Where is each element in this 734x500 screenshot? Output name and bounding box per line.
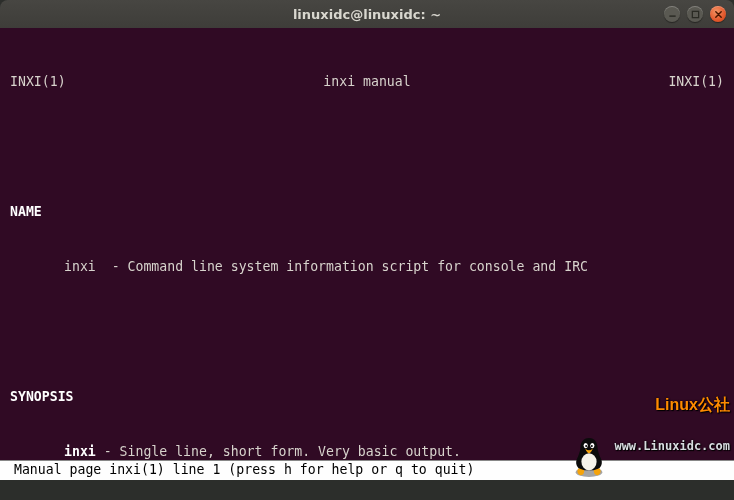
maximize-button[interactable]	[687, 6, 703, 22]
window-titlebar: linuxidc@linuxidc: ~	[0, 0, 734, 28]
synopsis-line-1: inxi - Single line, short form. Very bas…	[64, 443, 724, 462]
svg-rect-0	[669, 15, 675, 16]
cmd-name: inxi	[64, 444, 96, 459]
man-header-left: INXI(1)	[10, 73, 66, 92]
man-header-right: INXI(1)	[668, 73, 724, 92]
blank-line	[10, 314, 724, 333]
svg-rect-1	[692, 11, 698, 17]
terminal-viewport[interactable]: INXI(1) inxi manual INXI(1) NAME inxi - …	[0, 28, 734, 480]
synopsis-rest-1: - Single line, short form. Very basic ou…	[96, 444, 461, 459]
window-controls	[664, 6, 726, 22]
close-button[interactable]	[710, 6, 726, 22]
pager-statusbar[interactable]: Manual page inxi(1) line 1 (press h for …	[0, 460, 734, 480]
section-synopsis-heading: SYNOPSIS	[10, 388, 724, 407]
pager-status-text: Manual page inxi(1) line 1 (press h for …	[6, 461, 474, 480]
minimize-button[interactable]	[664, 6, 680, 22]
name-body: inxi - Command line system information s…	[64, 258, 724, 277]
man-header-center: inxi manual	[323, 73, 410, 92]
section-name-heading: NAME	[10, 203, 724, 222]
blank-line	[10, 129, 724, 148]
man-header-line: INXI(1) inxi manual INXI(1)	[10, 73, 724, 92]
window-title: linuxidc@linuxidc: ~	[0, 7, 734, 22]
